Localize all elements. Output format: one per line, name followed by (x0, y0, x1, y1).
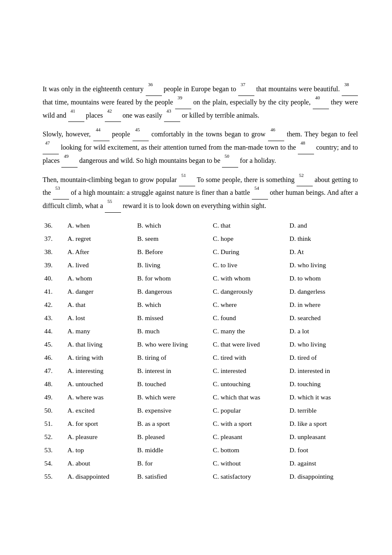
option-c: C. tired with (211, 351, 288, 364)
blank-44: 44 (93, 128, 110, 141)
option-c: C. with a sport (211, 417, 288, 430)
blank-42: 42 (105, 109, 121, 122)
blank-43: 43 (164, 109, 180, 122)
blank-37: 37 (238, 83, 254, 96)
option-c: C. popular (211, 404, 288, 417)
blank-48: 48 (298, 141, 314, 154)
question-num: 55. (43, 470, 66, 483)
blank-36: 36 (146, 83, 162, 96)
option-a: A. where was (66, 390, 135, 404)
option-b: B. interest in (135, 364, 211, 377)
question-row-44: 44. A. many B. much C. many the D. a lot (43, 324, 358, 338)
option-c: C. interested (211, 364, 288, 377)
option-d: D. like a sport (288, 417, 358, 430)
option-d: D. terrible (288, 404, 358, 417)
blank-45: 45 (133, 128, 149, 141)
blank-40: 40 (313, 96, 329, 109)
option-c: C. that (211, 219, 288, 232)
section-header (43, 68, 358, 77)
question-num: 45. (43, 338, 66, 351)
option-a: A. excited (66, 404, 135, 417)
option-c: C. dangerously (211, 285, 288, 298)
option-a: A. when (66, 219, 135, 232)
option-d: D. foot (288, 443, 358, 457)
option-d: D. a lot (288, 324, 358, 338)
blank-39: 39 (175, 96, 191, 109)
option-a: A. untouched (66, 377, 135, 390)
question-num: 36. (43, 219, 66, 232)
option-a: A. interesting (66, 364, 135, 377)
question-num: 47. (43, 364, 66, 377)
option-d: D. interested in (288, 364, 358, 377)
question-row-38: 38. A. After B. Before C. During D. At (43, 245, 358, 258)
question-row-48: 48. A. untouched B. touched C. untouchin… (43, 377, 358, 390)
option-d: D. to whom (288, 272, 358, 285)
option-c: C. without (211, 457, 288, 470)
question-row-40: 40. A. whom B. for whom C. with whom D. … (43, 272, 358, 285)
option-b: B. which (135, 219, 211, 232)
question-num: 42. (43, 298, 66, 311)
option-d: D. in where (288, 298, 358, 311)
question-row-52: 52. A. pleasure B. pleased C. pleasant D… (43, 430, 358, 443)
option-b: B. touched (135, 377, 211, 390)
option-c: C. which that was (211, 390, 288, 404)
blank-49: 49 (61, 154, 78, 168)
question-row-54: 54. A. about B. for C. without D. agains… (43, 457, 358, 470)
question-num: 51. (43, 417, 66, 430)
question-num: 43. (43, 311, 66, 324)
section-title (43, 68, 358, 77)
option-a: A. lived (66, 258, 135, 272)
option-a: A. After (66, 245, 135, 258)
option-c: C. bottom (211, 443, 288, 457)
option-a: A. disappointed (66, 470, 135, 483)
option-b: B. much (135, 324, 211, 338)
option-d: D. who living (288, 258, 358, 272)
passage-paragraph-2: It was only in the eighteenth century 36… (43, 83, 358, 122)
option-b: B. living (135, 258, 211, 272)
question-row-55: 55. A. disappointed B. satisfied C. sati… (43, 470, 358, 483)
blank-47: 47 (43, 141, 59, 154)
question-num: 41. (43, 285, 66, 298)
option-b: B. which (135, 298, 211, 311)
blank-51: 51 (179, 173, 195, 187)
option-d: D. unpleasant (288, 430, 358, 443)
option-d: D. which it was (288, 390, 358, 404)
question-row-45: 45. A. that living B. who were living C.… (43, 338, 358, 351)
passage-paragraph-4: Then, mountain-climbing began to grow po… (43, 173, 358, 213)
question-row-41: 41. A. danger B. dangerous C. dangerousl… (43, 285, 358, 298)
option-b: B. who were living (135, 338, 211, 351)
option-a: A. top (66, 443, 135, 457)
option-b: B. tiring of (135, 351, 211, 364)
question-num: 44. (43, 324, 66, 338)
option-a: A. for sport (66, 417, 135, 430)
option-c: C. untouching (211, 377, 288, 390)
option-c: C. with whom (211, 272, 288, 285)
option-b: B. satisfied (135, 470, 211, 483)
question-row-51: 51. A. for sport B. as a sport C. with a… (43, 417, 358, 430)
question-num: 39. (43, 258, 66, 272)
question-num: 50. (43, 404, 66, 417)
blank-41: 41 (68, 109, 84, 122)
option-d: D. touching (288, 377, 358, 390)
option-b: B. for whom (135, 272, 211, 285)
question-num: 53. (43, 443, 66, 457)
question-num: 38. (43, 245, 66, 258)
option-a: A. pleasure (66, 430, 135, 443)
option-d: D. At (288, 245, 358, 258)
option-a: A. many (66, 324, 135, 338)
option-a: A. whom (66, 272, 135, 285)
question-num: 37. (43, 232, 66, 245)
option-c: C. that were lived (211, 338, 288, 351)
option-a: A. tiring with (66, 351, 135, 364)
passage-paragraph-3: Slowly, however, 44 people 45 comfortabl… (43, 128, 358, 167)
option-a: A. about (66, 457, 135, 470)
option-c: C. to live (211, 258, 288, 272)
option-d: D. disappointing (288, 470, 358, 483)
question-row-39: 39. A. lived B. living C. to live D. who… (43, 258, 358, 272)
blank-54: 54 (252, 186, 268, 199)
blank-55: 55 (105, 199, 121, 213)
option-b: B. missed (135, 311, 211, 324)
option-b: B. for (135, 457, 211, 470)
option-d: D. and (288, 219, 358, 232)
options-table: 36. A. when B. which C. that D. and 37. … (43, 219, 358, 483)
